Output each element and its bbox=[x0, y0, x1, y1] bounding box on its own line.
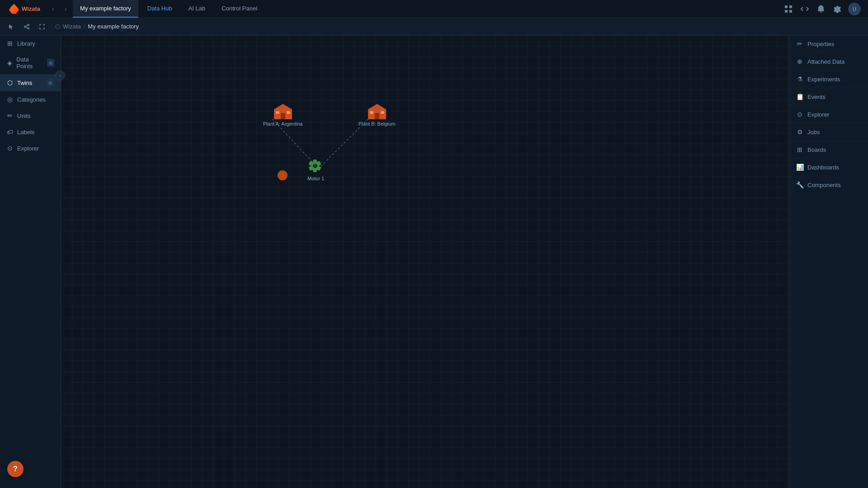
attached-data-icon: ⊕ bbox=[796, 58, 804, 65]
twins-badge: ⊞ bbox=[46, 79, 54, 87]
units-icon: ✏ bbox=[6, 112, 14, 119]
user-avatar[interactable]: U bbox=[848, 3, 861, 15]
rs-item-events[interactable]: 📋 Events bbox=[789, 88, 868, 106]
svg-rect-0 bbox=[785, 5, 788, 8]
motor-1-center bbox=[313, 164, 317, 168]
code-icon[interactable] bbox=[799, 4, 810, 14]
sidebar-label-categories: Categories bbox=[17, 96, 46, 103]
plant-b-window-right bbox=[381, 111, 384, 114]
nav-back-button[interactable]: ‹ bbox=[47, 4, 58, 14]
sidebar-label-labels: Labels bbox=[17, 129, 34, 136]
components-icon: 🔧 bbox=[796, 181, 804, 188]
logo-flame-icon bbox=[9, 4, 19, 14]
library-icon: ⊞ bbox=[6, 40, 14, 47]
plant-b-door bbox=[375, 113, 379, 119]
plant-b-icon bbox=[368, 104, 386, 119]
rs-item-components[interactable]: 🔧 Components bbox=[789, 176, 868, 194]
rs-item-experiments[interactable]: ⚗ Experiments bbox=[789, 70, 868, 88]
breadcrumb: ⬡ Wizata / My example factory bbox=[55, 23, 139, 30]
svg-line-9 bbox=[26, 27, 28, 28]
sidebar-label-units: Units bbox=[17, 113, 31, 119]
rs-item-explorer[interactable]: ⊙ Explorer bbox=[789, 106, 868, 123]
tab-my-factory[interactable]: My example factory bbox=[73, 0, 138, 18]
sidebar-item-library[interactable]: ⊞ Library bbox=[0, 35, 61, 52]
node-plant-b[interactable]: Plant B: Belgium bbox=[359, 104, 395, 127]
tab-data-hub[interactable]: Data Hub bbox=[140, 0, 179, 18]
categories-icon: ◎ bbox=[6, 96, 14, 103]
sidebar-collapse-button[interactable]: ‹ bbox=[55, 70, 65, 80]
topbar-right: U bbox=[783, 3, 864, 15]
right-sidebar: ✏ Properties ⊕ Attached Data ⚗ Experimen… bbox=[789, 35, 868, 488]
svg-point-5 bbox=[24, 26, 26, 27]
logo-label: Wizata bbox=[22, 5, 40, 12]
breadcrumb-home[interactable]: Wizata bbox=[63, 23, 81, 30]
rs-item-jobs[interactable]: ⚙ Jobs bbox=[789, 123, 868, 141]
rs-label-attached-data: Attached Data bbox=[807, 58, 844, 65]
bell-icon[interactable] bbox=[816, 4, 826, 14]
svg-point-6 bbox=[28, 24, 29, 25]
breadcrumb-separator: / bbox=[84, 23, 85, 30]
sidebar-label-twins: Twins bbox=[17, 80, 32, 86]
toolbar-bar: ⬡ Wizata / My example factory bbox=[0, 18, 868, 35]
logo-area[interactable]: Wizata bbox=[4, 0, 46, 18]
motor-1-icon bbox=[309, 160, 323, 174]
tab-my-factory-label: My example factory bbox=[80, 5, 131, 12]
rs-item-dashboards[interactable]: 📊 Dashboards bbox=[789, 159, 868, 176]
rs-label-components: Components bbox=[807, 182, 841, 188]
settings-icon[interactable] bbox=[832, 4, 843, 14]
tab-control-panel[interactable]: Control Panel bbox=[214, 0, 264, 18]
jobs-icon: ⚙ bbox=[796, 128, 804, 136]
rs-label-boards: Boards bbox=[807, 146, 826, 153]
rs-label-jobs: Jobs bbox=[807, 129, 820, 136]
plant-b-window-left bbox=[370, 111, 373, 114]
rs-label-dashboards: Dashboards bbox=[807, 164, 839, 171]
sidebar-item-labels[interactable]: 🏷 Labels bbox=[0, 124, 61, 140]
expand-tool-button[interactable] bbox=[36, 21, 48, 33]
plant-a-icon bbox=[274, 104, 292, 119]
properties-icon: ✏ bbox=[796, 40, 804, 47]
svg-rect-1 bbox=[789, 5, 792, 8]
left-sidebar: ‹ ⊞ Library ◈ Data Points ⊞ ⬡ Twins ⊞ ◎ … bbox=[0, 35, 61, 488]
rs-explorer-icon: ⊙ bbox=[796, 111, 804, 118]
top-navbar: Wizata ‹ › My example factory Data Hub A… bbox=[0, 0, 868, 18]
breadcrumb-home-icon: ⬡ bbox=[55, 23, 60, 30]
plant-a-window-right bbox=[287, 111, 290, 114]
rs-item-properties[interactable]: ✏ Properties bbox=[789, 35, 868, 53]
node-plant-a[interactable]: Plant A: Argentina bbox=[263, 104, 302, 127]
plant-a-roof bbox=[274, 104, 292, 109]
sidebar-item-categories[interactable]: ◎ Categories bbox=[0, 91, 61, 108]
explorer-icon: ⊙ bbox=[6, 145, 14, 152]
grid-icon[interactable] bbox=[783, 4, 794, 14]
data-points-badge: ⊞ bbox=[47, 59, 54, 67]
svg-point-7 bbox=[28, 28, 29, 29]
layout-tool-button[interactable] bbox=[21, 21, 33, 33]
canvas-area[interactable]: Plant A: Argentina Plant B: Belgium Moto… bbox=[61, 35, 789, 488]
plant-a-door bbox=[281, 113, 285, 119]
rs-label-explorer: Explorer bbox=[807, 111, 829, 118]
experiments-icon: ⚗ bbox=[796, 75, 804, 83]
help-button[interactable]: ? bbox=[7, 461, 24, 477]
sidebar-item-units[interactable]: ✏ Units bbox=[0, 108, 61, 124]
tab-data-hub-label: Data Hub bbox=[147, 5, 172, 12]
rs-item-attached-data[interactable]: ⊕ Attached Data bbox=[789, 53, 868, 70]
node-motor-1-label: Motor 1 bbox=[307, 176, 324, 181]
sidebar-item-data-points[interactable]: ◈ Data Points ⊞ bbox=[0, 52, 61, 74]
sidebar-label-library: Library bbox=[17, 40, 35, 47]
sidebar-item-explorer[interactable]: ⊙ Explorer bbox=[0, 140, 61, 156]
rs-item-boards[interactable]: ⊞ Boards bbox=[789, 141, 868, 159]
rs-label-properties: Properties bbox=[807, 41, 834, 47]
plant-b-body bbox=[368, 109, 386, 119]
plant-b-roof bbox=[368, 104, 386, 109]
cursor bbox=[278, 170, 288, 180]
boards-icon: ⊞ bbox=[796, 146, 804, 153]
nav-forward-button[interactable]: › bbox=[60, 4, 71, 14]
sidebar-item-twins[interactable]: ⬡ Twins ⊞ bbox=[0, 74, 61, 91]
select-tool-button[interactable] bbox=[5, 21, 17, 33]
rs-label-events: Events bbox=[807, 94, 826, 100]
node-motor-1[interactable]: Motor 1 bbox=[307, 160, 324, 181]
tab-ai-lab[interactable]: AI Lab bbox=[181, 0, 213, 18]
connection-lines bbox=[61, 35, 789, 488]
breadcrumb-current: My example factory bbox=[88, 23, 139, 30]
labels-icon: 🏷 bbox=[6, 128, 14, 136]
dashboards-icon: 📊 bbox=[796, 164, 804, 171]
